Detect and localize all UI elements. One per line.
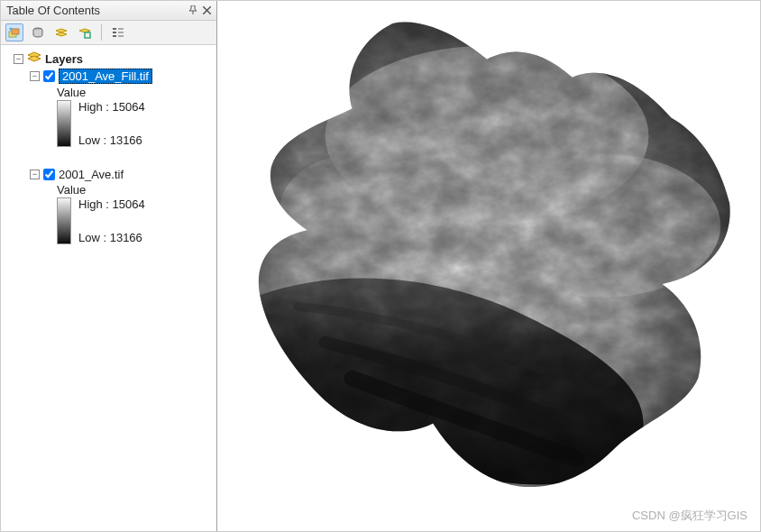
raster-symbology: High : 15064 Low : 13166 [5,197,213,244]
raster-display [217,1,760,531]
value-label-row: Value [5,85,213,100]
layer-name-label[interactable]: 2001_Ave_Fill.tif [59,69,152,84]
svg-rect-6 [113,32,116,33]
layer-visibility-checkbox[interactable] [43,169,55,180]
layers-root-row[interactable]: − Layers [5,50,213,68]
layers-group-icon [27,51,41,67]
layer-row[interactable]: − 2001_Ave_Fill.tif [5,68,213,85]
options-button[interactable] [109,23,127,41]
high-value-label: High : 15064 [78,100,145,114]
map-view[interactable]: CSDN @疯狂学习GIS [217,1,760,531]
pin-icon[interactable] [188,5,197,16]
value-label-row: Value [5,182,213,197]
high-value-label: High : 15064 [78,197,145,211]
toc-toolbar [1,21,216,45]
raster-symbology: High : 15064 Low : 13166 [5,100,213,147]
layer-row[interactable]: − 2001_Ave.tif [5,167,213,182]
svg-rect-15 [217,1,760,531]
svg-rect-1 [12,29,19,34]
svg-rect-5 [113,28,116,30]
close-icon[interactable] [203,5,211,16]
gradient-swatch-icon [57,197,71,244]
list-by-visibility-button[interactable] [52,23,70,41]
value-label: Value [57,86,86,99]
layers-root-label: Layers [45,52,83,66]
toc-titlebar: Table Of Contents [1,1,216,21]
list-by-source-button[interactable] [29,23,47,41]
svg-rect-4 [85,32,90,38]
expand-icon[interactable]: − [14,54,23,64]
layer-visibility-checkbox[interactable] [43,70,55,82]
layer-tree[interactable]: − Layers − 2001_Ave_Fill.tif Value High … [1,45,216,531]
list-by-drawing-order-button[interactable] [5,23,23,41]
expand-icon[interactable]: − [30,71,40,81]
gradient-swatch-icon [57,100,71,147]
table-of-contents-panel: Table Of Contents − [1,1,217,531]
svg-rect-7 [113,35,116,37]
expand-icon[interactable]: − [30,170,40,179]
toolbar-separator [101,24,102,41]
svg-rect-9 [118,32,124,33]
low-value-label: Low : 13166 [78,133,145,147]
toc-title: Table Of Contents [6,4,188,17]
svg-point-2 [10,28,13,31]
svg-rect-10 [118,35,124,37]
layer-name-label[interactable]: 2001_Ave.tif [59,168,124,181]
value-label: Value [57,183,86,197]
svg-rect-8 [118,28,124,30]
low-value-label: Low : 13166 [78,231,145,244]
list-by-selection-button[interactable] [76,23,94,41]
